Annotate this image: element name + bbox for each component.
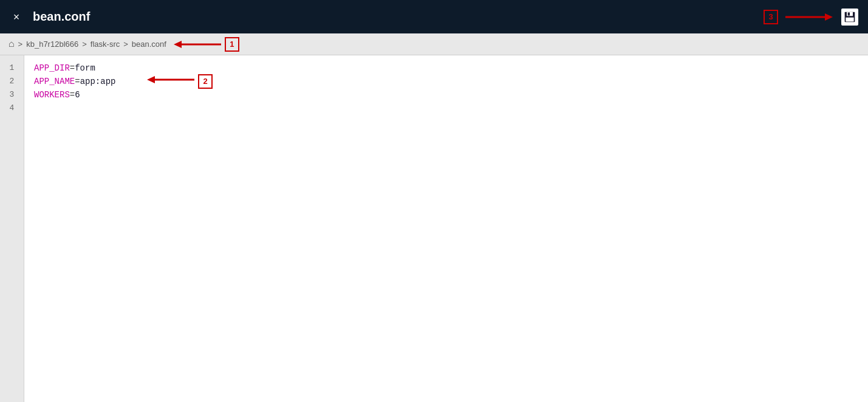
code-line-4 <box>34 102 858 115</box>
svg-marker-1 <box>825 13 833 21</box>
annotation-2-area: 2 <box>146 74 213 89</box>
code-val-1: form <box>75 61 95 75</box>
breadcrumb-bar: ⌂ > kb_h7r12bl666 > flask-src > bean.con… <box>0 33 868 55</box>
file-title: bean.conf <box>33 10 90 24</box>
breadcrumb-sep-2: > <box>82 40 87 49</box>
svg-marker-9 <box>147 76 155 83</box>
line-num-4: 4 <box>0 102 24 115</box>
code-key-2: APP_NAME <box>34 75 75 88</box>
code-eq-2: = <box>75 75 80 88</box>
code-editor[interactable]: APP_DIR=form APP_NAME=app:app WORKERS=6 … <box>24 55 868 402</box>
breadcrumb-item-file[interactable]: bean.conf <box>132 40 166 49</box>
annotation-3-box: 3 <box>764 10 778 24</box>
breadcrumb-sep-1: > <box>18 40 23 49</box>
svg-marker-7 <box>174 41 182 48</box>
code-eq-3: = <box>70 88 75 102</box>
arrow-left-2-icon <box>146 74 194 89</box>
home-icon[interactable]: ⌂ <box>9 39 15 50</box>
line-numbers: 1 2 3 4 <box>0 55 24 402</box>
code-val-3: 6 <box>75 88 80 102</box>
arrow-right-icon <box>785 11 834 23</box>
line-num-1: 1 <box>0 61 24 75</box>
code-line-3: WORKERS=6 <box>34 88 858 102</box>
code-key-1: APP_DIR <box>34 61 70 75</box>
code-eq-1: = <box>70 61 75 75</box>
editor-area: 1 2 3 4 APP_DIR=form APP_NAME=app:app WO… <box>0 55 868 402</box>
svg-rect-4 <box>848 12 850 15</box>
code-val-2: app:app <box>80 75 116 88</box>
save-button[interactable] <box>841 9 858 26</box>
annotation-2-box: 2 <box>198 74 213 89</box>
code-line-1: APP_DIR=form <box>34 61 858 75</box>
title-bar-left: × bean.conf <box>10 10 90 24</box>
breadcrumb-sep-3: > <box>123 40 128 49</box>
annotation-1-box: 1 <box>225 37 239 52</box>
breadcrumb-item-repo[interactable]: kb_h7r12bl666 <box>26 40 78 49</box>
title-bar: × bean.conf 3 <box>0 0 868 33</box>
line-num-3: 3 <box>0 88 24 102</box>
title-bar-right: 3 <box>764 9 858 26</box>
code-key-3: WORKERS <box>34 88 70 102</box>
breadcrumb-item-folder[interactable]: flask-src <box>91 40 120 49</box>
svg-rect-5 <box>846 17 853 21</box>
line-num-2: 2 <box>0 75 24 88</box>
annotation-1-area: 1 <box>173 37 239 52</box>
close-button[interactable]: × <box>10 10 23 24</box>
arrow-left-icon <box>173 38 221 50</box>
